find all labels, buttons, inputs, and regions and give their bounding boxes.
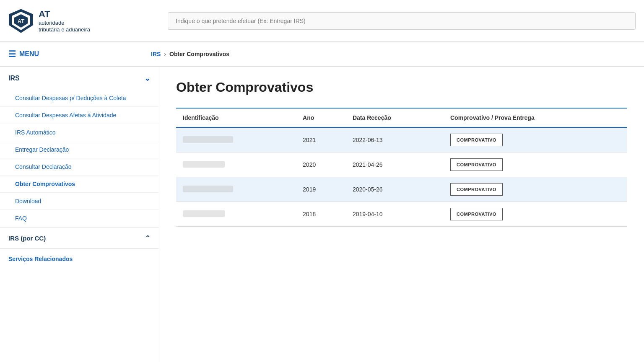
logo-text: AT autoridade tributária e aduaneira [39, 9, 90, 33]
table-cell-id [176, 177, 296, 202]
sidebar: IRS ⌄ Consultar Despesas p/ Deduções à C… [0, 67, 159, 362]
comprovativo-button[interactable]: COMPROVATIVO [450, 183, 503, 196]
col-comprovativo: Comprovativo / Prova Entrega [444, 108, 627, 127]
svg-text:AT: AT [18, 18, 24, 24]
sidebar-irs-label: IRS [8, 75, 20, 82]
sidebar-item-consultar-despesas-deducoes[interactable]: Consultar Despesas p/ Deduções à Coleta [0, 90, 159, 107]
comprovativos-table: Identificação Ano Data Receção Comprovat… [176, 108, 627, 227]
sidebar-item-download[interactable]: Download [0, 193, 159, 210]
menu-label: MENU [19, 50, 39, 58]
table-cell-data: 2022-06-13 [346, 127, 444, 153]
table-cell-comprovativo: COMPROVATIVO [444, 177, 627, 202]
col-identificacao: Identificação [176, 108, 296, 127]
table-cell-ano: 2020 [296, 153, 346, 177]
table-row: 20202021-04-26COMPROVATIVO [176, 153, 627, 177]
table-row: 20212022-06-13COMPROVATIVO [176, 127, 627, 153]
table-cell-id [176, 127, 296, 153]
content-area: Obter Comprovativos Identificação Ano Da… [159, 67, 644, 362]
comprovativo-button[interactable]: COMPROVATIVO [450, 208, 503, 220]
hamburger-icon: ☰ [8, 49, 16, 59]
table-cell-comprovativo: COMPROVATIVO [444, 202, 627, 227]
col-ano: Ano [296, 108, 346, 127]
logo-at: AT [39, 9, 90, 20]
sidebar-irs-por-cc-header[interactable]: IRS (por CC) ⌃ [0, 228, 159, 249]
search-input[interactable] [168, 12, 636, 30]
breadcrumb-irs-link[interactable]: IRS [151, 51, 161, 57]
sidebar-item-servicos-relacionados[interactable]: Serviços Relacionados [0, 249, 159, 269]
page-title: Obter Comprovativos [176, 80, 627, 95]
table-cell-ano: 2018 [296, 202, 346, 227]
table-header-row: Identificação Ano Data Receção Comprovat… [176, 108, 627, 127]
table-cell-ano: 2019 [296, 177, 346, 202]
chevron-up-icon: ⌃ [145, 234, 151, 242]
breadcrumb-separator: › [164, 51, 166, 57]
table-cell-data: 2020-05-26 [346, 177, 444, 202]
table-cell-ano: 2021 [296, 127, 346, 153]
logo-area: AT AT autoridade tributária e aduaneira [8, 8, 168, 34]
sidebar-item-obter-comprovativos[interactable]: Obter Comprovativos [0, 176, 159, 193]
sidebar-item-irs-automatico[interactable]: IRS Automático [0, 124, 159, 141]
sidebar-irs-section: IRS ⌄ Consultar Despesas p/ Deduções à C… [0, 67, 159, 228]
sidebar-item-consultar-declaracao[interactable]: Consultar Declaração [0, 158, 159, 176]
table-cell-data: 2019-04-10 [346, 202, 444, 227]
header: AT AT autoridade tributária e aduaneira [0, 0, 644, 42]
logo-sub2: tributária e aduaneira [39, 26, 90, 33]
table-row: 20192020-05-26COMPROVATIVO [176, 177, 627, 202]
col-data-rececao: Data Receção [346, 108, 444, 127]
logo-sub1: autoridade [39, 20, 90, 26]
table-cell-id [176, 153, 296, 177]
table-row: 20182019-04-10COMPROVATIVO [176, 202, 627, 227]
table-cell-data: 2021-04-26 [346, 153, 444, 177]
sidebar-item-entregar-declaracao[interactable]: Entregar Declaração [0, 141, 159, 158]
chevron-down-icon: ⌄ [144, 74, 151, 83]
table-cell-comprovativo: COMPROVATIVO [444, 127, 627, 153]
breadcrumb-current: Obter Comprovativos [169, 51, 229, 57]
sidebar-irs-header[interactable]: IRS ⌄ [0, 67, 159, 90]
nav-bar: ☰ MENU IRS › Obter Comprovativos [0, 42, 644, 67]
breadcrumb: IRS › Obter Comprovativos [151, 51, 229, 57]
table-cell-id [176, 202, 296, 227]
comprovativo-button[interactable]: COMPROVATIVO [450, 134, 503, 146]
menu-toggle[interactable]: ☰ MENU [8, 49, 151, 59]
sidebar-item-faq[interactable]: FAQ [0, 210, 159, 227]
sidebar-irs-por-cc-label: IRS (por CC) [8, 235, 46, 242]
at-logo-icon: AT [8, 8, 34, 34]
table-cell-comprovativo: COMPROVATIVO [444, 153, 627, 177]
main-layout: IRS ⌄ Consultar Despesas p/ Deduções à C… [0, 67, 644, 362]
comprovativo-button[interactable]: COMPROVATIVO [450, 158, 503, 171]
sidebar-item-consultar-despesas-atividade[interactable]: Consultar Despesas Afetas à Atividade [0, 107, 159, 124]
